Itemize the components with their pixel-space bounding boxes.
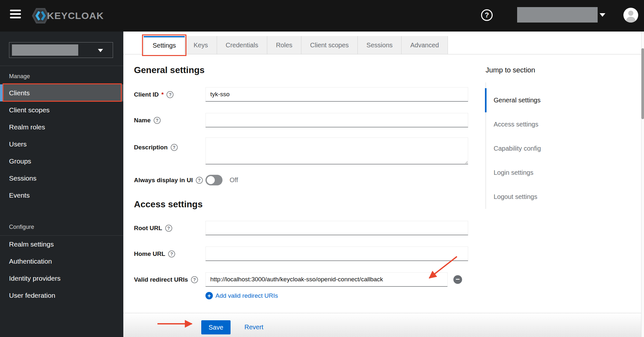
jump-list: General settings Access settings Capabil…: [486, 82, 595, 209]
always-display-row: Always display in UI ? Off: [134, 175, 488, 185]
name-row: Name ?: [134, 113, 488, 127]
home-url-label: Home URL: [134, 250, 165, 257]
client-id-help-icon[interactable]: ?: [166, 91, 174, 98]
person-icon: [623, 8, 638, 23]
toggle-knob: [207, 176, 215, 184]
description-textarea[interactable]: [205, 137, 468, 164]
save-button[interactable]: Save: [201, 320, 231, 334]
sidebar-item-authentication[interactable]: Authentication: [0, 253, 123, 270]
required-asterisk: *: [161, 91, 164, 98]
username-redacted-box[interactable]: [517, 7, 598, 23]
access-settings-heading: Access settings: [134, 199, 488, 210]
sidebar-item-users[interactable]: Users: [0, 136, 123, 153]
realm-caret-icon: [98, 49, 103, 52]
sidebar-item-sessions[interactable]: Sessions: [0, 170, 123, 187]
client-tabs: Settings Keys Credentials Roles Client s…: [144, 36, 448, 54]
tab-credentials[interactable]: Credentials: [217, 36, 267, 54]
name-input[interactable]: [205, 113, 468, 127]
valid-redirect-help-icon[interactable]: ?: [191, 276, 198, 283]
jump-item-capability-config[interactable]: Capability config: [486, 136, 595, 161]
add-redirect-uri-label: Add valid redirect URIs: [215, 292, 278, 299]
home-url-help-icon[interactable]: ?: [168, 250, 175, 257]
tab-client-scopes[interactable]: Client scopes: [301, 36, 358, 54]
client-id-input[interactable]: [205, 87, 468, 102]
sidebar: Manage Clients Client scopes Realm roles…: [0, 32, 123, 337]
description-row: Description ?: [134, 137, 488, 164]
add-redirect-uri-link[interactable]: + Add valid redirect URIs: [205, 292, 488, 299]
nav-group-manage: Manage: [0, 66, 123, 84]
tab-settings[interactable]: Settings: [144, 36, 185, 54]
root-url-row: Root URL ?: [134, 221, 488, 235]
toggle-state-label: Off: [230, 176, 238, 184]
sidebar-item-realm-roles[interactable]: Realm roles: [0, 118, 123, 136]
root-url-label: Root URL: [134, 225, 162, 232]
home-url-row: Home URL ?: [134, 247, 488, 261]
always-display-toggle[interactable]: [205, 175, 223, 185]
valid-redirect-row: Valid redirect URIs ? −: [134, 272, 488, 287]
sidebar-nav: Manage Clients Client scopes Realm roles…: [0, 66, 123, 304]
user-menu-caret-icon[interactable]: [600, 13, 605, 17]
add-circle-icon: +: [205, 292, 213, 299]
jump-heading: Jump to section: [486, 66, 595, 75]
remove-redirect-uri-button[interactable]: −: [453, 275, 462, 284]
top-bar: KEYCLOAK ?: [0, 0, 644, 32]
sidebar-item-identity-providers[interactable]: Identity providers: [0, 270, 123, 287]
jump-item-logout-settings[interactable]: Logout settings: [486, 185, 595, 209]
sidebar-item-events[interactable]: Events: [0, 187, 123, 204]
description-label: Description: [134, 144, 168, 151]
jump-item-general-settings[interactable]: General settings: [486, 88, 595, 112]
name-help-icon[interactable]: ?: [154, 117, 161, 124]
jump-to-section-panel: Jump to section General settings Access …: [486, 66, 595, 209]
settings-form: General settings Client ID * ? Name ? D: [134, 54, 488, 299]
sidebar-item-realm-settings[interactable]: Realm settings: [0, 236, 123, 253]
jump-item-access-settings[interactable]: Access settings: [486, 112, 595, 136]
always-display-label: Always display in UI: [134, 177, 193, 184]
hamburger-menu-icon[interactable]: [10, 10, 22, 21]
always-display-help-icon[interactable]: ?: [196, 177, 203, 184]
keycloak-admin-page: KEYCLOAK ? Manage Clients Client scopes …: [0, 0, 644, 337]
valid-redirect-input[interactable]: [205, 272, 448, 287]
help-icon[interactable]: ?: [481, 9, 493, 21]
root-url-input[interactable]: [205, 221, 468, 235]
revert-link[interactable]: Revert: [244, 323, 263, 331]
tab-keys[interactable]: Keys: [185, 36, 217, 54]
sidebar-item-user-federation[interactable]: User federation: [0, 287, 123, 304]
sidebar-item-client-scopes[interactable]: Client scopes: [0, 101, 123, 118]
form-action-bar: Save Revert: [123, 313, 644, 337]
tab-advanced[interactable]: Advanced: [402, 36, 448, 54]
nav-group-configure: Configure: [0, 204, 123, 236]
general-settings-heading: General settings: [134, 65, 488, 75]
home-url-input[interactable]: [205, 247, 468, 261]
sidebar-item-groups[interactable]: Groups: [0, 153, 123, 170]
keycloak-logo: KEYCLOAK: [32, 8, 104, 24]
scrollbar-thumb[interactable]: [641, 48, 644, 119]
description-help-icon[interactable]: ?: [171, 144, 178, 151]
avatar[interactable]: [623, 8, 638, 23]
root-url-help-icon[interactable]: ?: [165, 225, 172, 232]
realm-name-redacted: [12, 44, 78, 56]
name-label: Name: [134, 117, 151, 124]
valid-redirect-label: Valid redirect URIs: [134, 276, 188, 283]
sidebar-item-clients[interactable]: Clients: [0, 84, 123, 101]
jump-item-login-settings[interactable]: Login settings: [486, 161, 595, 185]
tab-roles[interactable]: Roles: [267, 36, 301, 54]
realm-selector[interactable]: [9, 42, 113, 58]
client-id-label: Client ID: [134, 91, 159, 98]
brand-title: KEYCLOAK: [47, 10, 104, 21]
tab-sessions[interactable]: Sessions: [358, 36, 402, 54]
vertical-scrollbar: [641, 32, 644, 337]
client-id-row: Client ID * ?: [134, 87, 488, 102]
